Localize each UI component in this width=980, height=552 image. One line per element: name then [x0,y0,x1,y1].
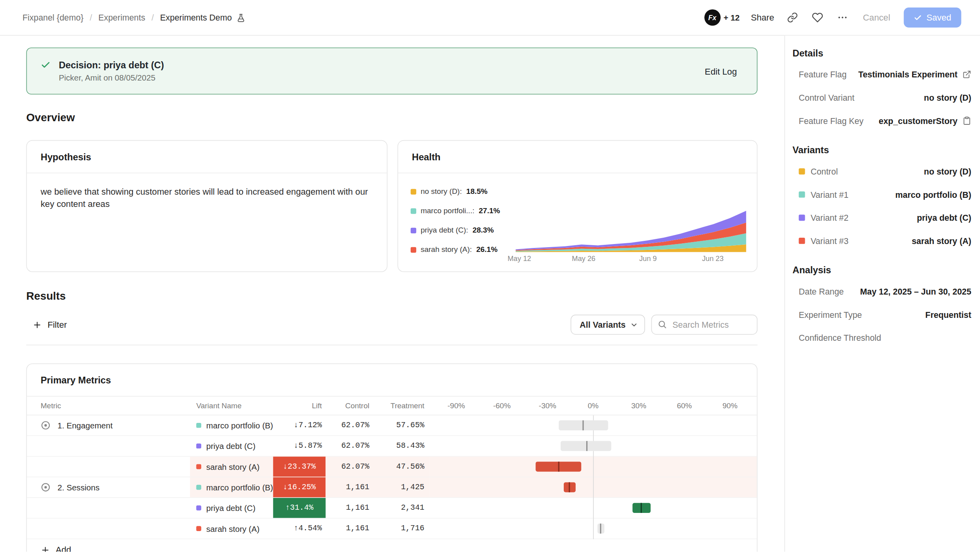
control-value: 62.07% [341,421,369,430]
variant-swatch [196,464,201,469]
edit-log-button[interactable]: Edit Log [705,66,737,76]
decision-text: Decision: priya debt (C) Picker, Amit on… [59,59,705,83]
check-icon [914,13,922,22]
results-heading: Results [26,289,757,302]
feature-flag-label: Feature Flag [799,70,847,79]
hypothesis-text: we believe that showing customer stories… [41,186,373,211]
primary-metrics-card: Primary Metrics Metric Variant Name Lift… [26,363,757,552]
variant-label: Variant #1 [811,190,849,199]
variant-row: Control no story (D) [793,166,971,176]
health-chart-area: May 12May 26Jun 9Jun 23 [516,184,746,265]
variant-row: Variant #1 marco portfolio (B) [793,190,971,199]
legend-label: marco portfoli...: [421,207,474,215]
details-section: Details Feature Flag Testimonials Experi… [793,47,971,126]
variant-row: Variant #3 sarah story (A) [793,236,971,246]
filter-button[interactable]: Filter [26,320,67,330]
lift-value: ↑4.54% [294,524,326,533]
legend-value: 28.3% [473,226,494,235]
confidence-interval-median [600,524,601,533]
control-value: 62.07% [341,441,369,450]
control-value: 62.07% [341,462,369,471]
divider [26,345,757,345]
metric-table-row[interactable]: 2. Sessionsmarco portfolio (B)↓16.25%1,1… [27,477,757,498]
collaborator-count: + 12 [724,13,740,22]
metric-table-row[interactable]: sarah story (A)↑4.54%1,1611,716 [27,518,757,539]
breadcrumb-separator: / [90,13,92,22]
date-range-label: Date Range [799,287,844,296]
control-value: 1,161 [346,524,369,533]
hypothesis-title: Hypothesis [41,151,91,162]
treatment-value: 1,716 [401,524,424,533]
breadcrumb-experiments[interactable]: Experiments [98,13,145,22]
add-label: Add [56,545,71,552]
legend-item: marco portfoli...: 27.1% [411,207,516,215]
avatar[interactable]: Fx [704,9,720,26]
cancel-button[interactable]: Cancel [860,13,893,23]
lift-value: ↓16.25% [273,477,325,498]
control-variant-label: Control Variant [799,93,855,102]
breadcrumb-project[interactable]: Fixpanel {demo} [22,13,84,22]
feature-flag-row: Feature Flag Testimonials Experiment [793,69,971,79]
variant-swatch [196,505,201,511]
date-range-row: Date Range May 12, 2025 – Jun 30, 2025 [793,287,971,297]
legend-item: sarah story (A): 26.1% [411,245,516,254]
search-metrics-input[interactable] [651,315,757,335]
saved-button[interactable]: Saved [904,8,961,28]
legend-item: no story (D): 18.5% [411,187,516,196]
health-legend: no story (D): 18.5% marco portfoli...: 2… [411,184,516,265]
decision-title: Decision: priya debt (C) [59,59,705,70]
clipboard-icon[interactable] [963,116,971,125]
feature-flag-key-row: Feature Flag Key exp_customerStory [793,116,971,126]
confidence-interval-median [583,421,584,430]
axis-tick-label: -90% [447,401,465,410]
main-content: Decision: priya debt (C) Picker, Amit on… [0,36,784,552]
variant-name: marco portfolio (B) [206,483,273,492]
details-title: Details [793,47,971,58]
legend-label: no story (D): [421,187,462,196]
all-variants-dropdown[interactable]: All Variants [571,315,645,335]
all-variants-label: All Variants [580,320,626,329]
breadcrumb-separator: / [151,13,154,22]
date-range-value: May 12, 2025 – Jun 30, 2025 [860,287,971,296]
top-bar: Fixpanel {demo} / Experiments / Experime… [0,0,980,36]
external-link-icon[interactable] [963,70,971,79]
health-x-axis: May 12May 26Jun 9Jun 23 [516,255,746,265]
copy-link-icon[interactable] [785,11,799,24]
variant-swatch [799,214,805,221]
x-axis-label: May 12 [507,255,531,262]
legend-item: priya debt (C): 28.3% [411,226,516,235]
health-title: Health [412,151,441,162]
variant-value: no story (D) [924,167,971,176]
metric-table-row[interactable]: 1. Engagementmarco portfolio (B)↓7.12%62… [27,415,757,436]
variant-row: Variant #2 priya debt (C) [793,213,971,223]
variant-swatch [799,238,805,244]
axis-tick-label: 30% [631,401,646,410]
variant-label: Variant #3 [811,236,849,246]
col-header-variant: Variant Name [190,401,273,410]
collaborators[interactable]: Fx + 12 [704,9,740,26]
metric-table-row[interactable]: priya debt (C)↓5.87%62.07%58.43% [27,436,757,456]
add-metric-button[interactable]: Add [27,539,71,552]
search-metrics-box[interactable] [651,315,757,335]
variant-swatch [799,192,805,198]
confidence-interval-median [558,462,559,471]
results-toolbar: Filter All Variants [26,315,757,335]
experiment-type-label: Experiment Type [799,310,862,319]
treatment-value: 58.43% [396,441,424,450]
lift-value: ↓23.37% [273,456,325,477]
control-variant-value: no story (D) [924,93,971,102]
more-options-icon[interactable] [836,11,849,24]
treatment-value: 57.65% [396,421,424,430]
metrics-table-body: 1. Engagementmarco portfolio (B)↓7.12%62… [27,415,757,539]
variant-swatch [196,423,201,428]
share-button[interactable]: Share [751,13,774,23]
confidence-interval-bar [633,503,651,513]
variant-swatch [196,443,201,449]
metric-table-row[interactable]: sarah story (A)↓23.37%62.07%47.56% [27,456,757,477]
favorite-heart-icon[interactable] [810,11,824,24]
col-header-metric: Metric [27,401,190,410]
treatment-value: 2,341 [401,503,424,512]
analysis-title: Analysis [793,265,971,275]
control-value: 1,161 [346,483,369,492]
metric-table-row[interactable]: priya debt (C)↑31.4%1,1612,341 [27,498,757,518]
